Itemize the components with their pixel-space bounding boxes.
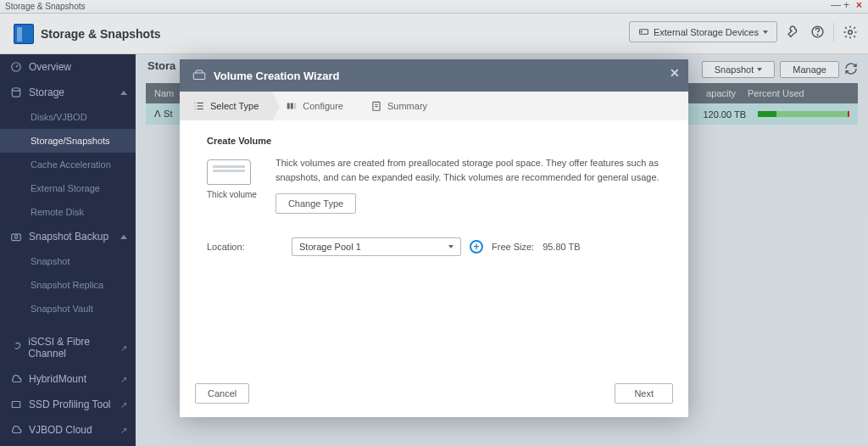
- location-label: Location:: [207, 242, 292, 252]
- clipboard-icon: [370, 100, 382, 112]
- step-select-type[interactable]: Select Type: [180, 92, 272, 120]
- location-select[interactable]: Storage Pool 1: [292, 237, 461, 256]
- modal-close-button[interactable]: ✕: [670, 66, 680, 80]
- close-button[interactable]: ×: [856, 1, 865, 9]
- svg-rect-10: [193, 73, 205, 80]
- volume-wizard-modal: Volume Creation Wizard ✕ Select Type Con…: [180, 59, 688, 417]
- svg-rect-12: [291, 103, 293, 109]
- step-configure[interactable]: Configure: [272, 92, 357, 120]
- svg-rect-11: [287, 103, 290, 109]
- change-type-button[interactable]: Change Type: [275, 193, 356, 214]
- caret-down-icon: [448, 245, 453, 248]
- add-pool-button[interactable]: +: [470, 240, 483, 254]
- volume-type-description: Thick volumes are created from prealloca…: [275, 156, 661, 185]
- modal-body: Create Volume Thick volume Thick volumes…: [180, 120, 688, 375]
- modal-footer: Cancel Next: [180, 375, 688, 417]
- minimize-button[interactable]: —: [831, 1, 839, 9]
- free-size-value: 95.80 TB: [542, 242, 580, 252]
- modal-overlay: Volume Creation Wizard ✕ Select Type Con…: [0, 14, 868, 446]
- sliders-icon: [286, 100, 298, 112]
- window-title: Storage & Snapshots: [5, 2, 86, 11]
- drive-icon: [192, 68, 207, 83]
- window-title-bar: Storage & Snapshots — + ×: [0, 0, 868, 14]
- location-value: Storage Pool 1: [299, 242, 361, 252]
- maximize-button[interactable]: +: [843, 1, 852, 9]
- modal-title: Volume Creation Wizard: [214, 70, 339, 82]
- section-title: Create Volume: [207, 136, 661, 146]
- wizard-steps: Select Type Configure Summary: [180, 92, 688, 120]
- modal-title-bar: Volume Creation Wizard ✕: [180, 59, 688, 92]
- free-size-label: Free Size:: [492, 242, 534, 252]
- volume-type-label: Thick volume: [207, 190, 257, 199]
- cancel-button[interactable]: Cancel: [195, 383, 249, 404]
- list-icon: [193, 100, 205, 112]
- volume-type-icon: [207, 159, 251, 185]
- next-button[interactable]: Next: [615, 383, 673, 404]
- step-summary[interactable]: Summary: [357, 92, 441, 120]
- svg-rect-13: [294, 103, 296, 109]
